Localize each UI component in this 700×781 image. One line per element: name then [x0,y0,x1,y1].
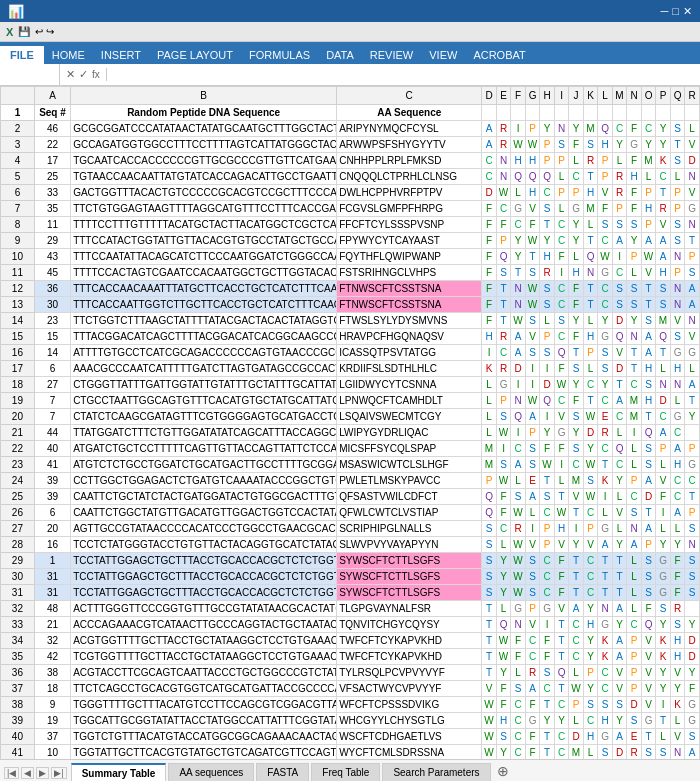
aa-letter-cell[interactable]: T [598,457,613,473]
aa-letter-cell[interactable] [482,105,497,121]
aa-letter-cell[interactable]: Y [656,537,671,553]
aa-sequence-cell[interactable]: SYWSCFTCTTLSGFS [337,553,482,569]
dna-sequence-cell[interactable]: TGGTCTGTTTACATGTACCATGGCGGCAGAAACAACTAGA… [71,729,337,745]
aa-sequence-cell[interactable]: FPYWYCYTCAYAAST [337,233,482,249]
aa-letter-cell[interactable]: Y [656,137,671,153]
aa-letter-cell[interactable]: Q [511,169,526,185]
aa-letter-cell[interactable]: S [569,409,584,425]
aa-letter-cell[interactable]: S [598,361,613,377]
aa-letter-cell[interactable]: Q [641,617,656,633]
aa-letter-cell[interactable]: A [670,441,685,457]
aa-letter-cell[interactable]: S [540,201,555,217]
aa-letter-cell[interactable]: Y [598,313,613,329]
aa-letter-cell[interactable]: S [670,121,685,137]
aa-letter-cell[interactable]: C [511,441,526,457]
aa-letter-cell[interactable]: A [482,121,497,137]
aa-letter-cell[interactable]: R [525,665,540,681]
aa-letter-cell[interactable]: T [540,473,555,489]
aa-letter-cell[interactable]: P [554,185,569,201]
aa-letter-cell[interactable]: S [525,457,540,473]
aa-letter-cell[interactable]: L [583,217,598,233]
aa-letter-cell[interactable]: W [511,505,526,521]
aa-letter-cell[interactable]: V [670,729,685,745]
aa-letter-cell[interactable]: M [482,441,497,457]
aa-letter-cell[interactable]: S [612,217,627,233]
aa-letter-cell[interactable]: H [583,185,598,201]
dna-sequence-cell[interactable]: GCCAGATGGTGGCCTTTCCTTTTAGTCATTATGGGCTACT… [71,137,337,153]
seq-num-cell[interactable]: 19 [34,713,70,729]
aa-letter-cell[interactable]: I [627,425,642,441]
aa-letter-cell[interactable]: N [627,329,642,345]
aa-letter-cell[interactable]: H [583,729,598,745]
aa-letter-cell[interactable]: N [685,217,700,233]
aa-letter-cell[interactable]: C [540,505,555,521]
last-sheet-btn[interactable]: ▶| [51,767,66,779]
aa-letter-cell[interactable]: D [627,697,642,713]
aa-letter-cell[interactable]: N [627,521,642,537]
aa-letter-cell[interactable]: L [540,313,555,329]
col-header-Q[interactable]: Q [670,87,685,105]
aa-letter-cell[interactable]: D [685,633,700,649]
aa-sequence-cell[interactable]: ARIPYNYMQCFCYSL [337,121,482,137]
aa-letter-cell[interactable]: S [641,745,656,760]
aa-letter-cell[interactable]: C [554,697,569,713]
aa-letter-cell[interactable]: C [554,233,569,249]
aa-letter-cell[interactable]: Y [685,617,700,633]
aa-letter-cell[interactable]: C [598,681,613,697]
aa-letter-cell[interactable]: S [656,601,671,617]
aa-letter-cell[interactable]: A [685,281,700,297]
aa-letter-cell[interactable]: Y [496,745,511,760]
seq-num-cell[interactable]: 38 [34,665,70,681]
dna-sequence-cell[interactable]: TGCAATCACCACCCCCCGTTGCGCCCGTTGTTCATGAAAT… [71,153,337,169]
aa-letter-cell[interactable]: F [627,201,642,217]
aa-letter-cell[interactable]: S [641,569,656,585]
aa-sequence-cell[interactable]: WYCFTCMLSDRSSNA [337,745,482,760]
dna-sequence-cell[interactable]: TGGCATTGCGGTATATTACCTATGGCCATTATTTCGGTAT… [71,713,337,729]
aa-letter-cell[interactable]: L [670,521,685,537]
aa-letter-cell[interactable]: C [569,649,584,665]
aa-letter-cell[interactable]: L [569,713,584,729]
aa-letter-cell[interactable]: I [656,697,671,713]
aa-letter-cell[interactable]: Y [612,617,627,633]
aa-sequence-cell[interactable]: HRAVPCFHGQNAQSV [337,329,482,345]
aa-sequence-cell[interactable]: TWFCFTCYKAPVKHD [337,633,482,649]
aa-letter-cell[interactable]: T [627,361,642,377]
aa-letter-cell[interactable]: C [583,569,598,585]
aa-letter-cell[interactable]: H [583,329,598,345]
aa-sequence-cell[interactable]: LGIIDWYCYTCSNNA [337,377,482,393]
aa-letter-cell[interactable]: F [482,217,497,233]
aa-letter-cell[interactable]: W [525,233,540,249]
aa-letter-cell[interactable]: S [670,153,685,169]
aa-letter-cell[interactable]: L [569,249,584,265]
aa-letter-cell[interactable]: L [656,457,671,473]
aa-letter-cell[interactable]: F [554,553,569,569]
aa-letter-cell[interactable]: V [641,665,656,681]
dna-sequence-cell[interactable]: ACCCAGAAACGTCATAACTTGCCCAGGTACTGCTAATACT… [71,617,337,633]
aa-letter-cell[interactable]: T [496,313,511,329]
aa-letter-cell[interactable]: F [627,121,642,137]
aa-letter-cell[interactable]: F [569,297,584,313]
aa-letter-cell[interactable]: C [496,521,511,537]
col-header-L[interactable]: L [598,87,613,105]
aa-sequence-cell[interactable]: MSASWICWTCLSLHGF [337,457,482,473]
aa-letter-cell[interactable]: M [627,393,642,409]
aa-letter-cell[interactable]: S [525,265,540,281]
aa-letter-cell[interactable]: G [656,569,671,585]
aa-sequence-cell[interactable]: LWIPYGYDRLIQAC [337,425,482,441]
aa-letter-cell[interactable]: W [511,553,526,569]
aa-letter-cell[interactable]: G [598,521,613,537]
aa-letter-cell[interactable]: Y [641,137,656,153]
aa-letter-cell[interactable]: T [685,393,700,409]
aa-letter-cell[interactable]: R [511,521,526,537]
seq-num-cell[interactable]: 40 [34,441,70,457]
aa-letter-cell[interactable]: P [685,505,700,521]
dna-sequence-cell[interactable]: AAACGCCCAATCATTTTTGATCTTAGTGATAGCCGCCACT… [71,361,337,377]
aa-letter-cell[interactable]: T [583,281,598,297]
aa-letter-cell[interactable]: L [511,473,526,489]
aa-letter-cell[interactable]: C [598,441,613,457]
aa-letter-cell[interactable]: R [612,169,627,185]
aa-letter-cell[interactable]: S [627,505,642,521]
window-controls[interactable]: ─□✕ [661,5,692,18]
aa-letter-cell[interactable]: S [641,585,656,601]
aa-letter-cell[interactable]: F [525,697,540,713]
